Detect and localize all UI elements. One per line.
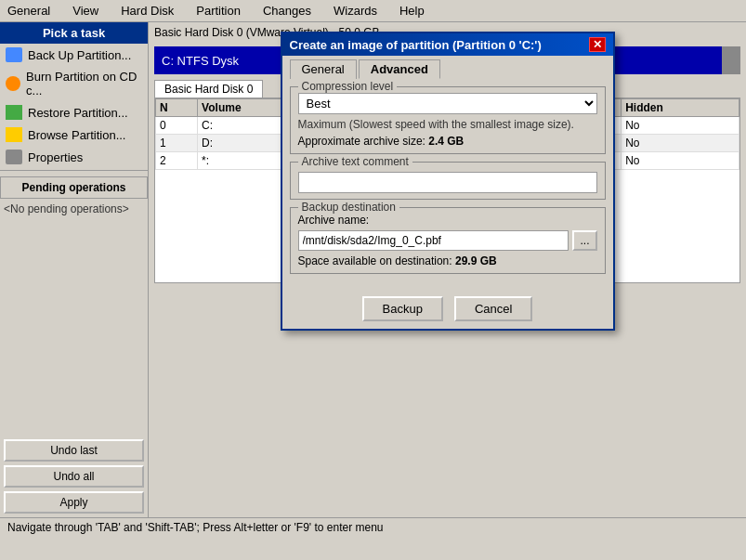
menu-help[interactable]: Help [396,2,428,20]
menu-partition[interactable]: Partition [192,2,244,20]
menu-view[interactable]: View [69,2,102,20]
archive-name-input[interactable] [298,230,569,251]
statusbar-text: Navigate through 'TAB' and 'Shift-TAB'; … [7,521,384,534]
sidebar: Pick a task Back Up Partition... Burn Pa… [0,22,149,517]
sidebar-item-backup-label: Back Up Partition... [28,48,131,62]
dialog-tab-advanced[interactable]: Advanced [359,59,440,79]
dialog-titlebar: Create an image of partition (Partition … [282,33,613,56]
compression-select-row: BestNormalFastNone [298,93,597,114]
sidebar-item-burn-label: Burn Partition on CD c... [26,70,142,98]
dialog-title: Create an image of partition (Partition … [290,38,542,52]
sidebar-item-properties[interactable]: Properties [0,146,148,168]
approx-size-label: Approximate archive size: [298,135,425,148]
menubar: General View Hard Disk Partition Changes… [0,0,746,22]
archive-name-row: ... [298,230,597,251]
space-available: Space available on destination: 29.9 GB [298,254,597,267]
menu-general[interactable]: General [4,2,54,20]
approx-size: Approximate archive size: 2.4 GB [298,135,597,148]
burn-icon [6,76,20,91]
space-value: 29.9 GB [455,254,497,267]
properties-icon [6,150,22,164]
pending-content: <No pending operations> [0,199,148,219]
backup-icon [6,47,22,62]
restore-icon [6,105,22,120]
space-label: Space available on destination: [298,254,452,267]
compression-select[interactable]: BestNormalFastNone [298,93,597,114]
dialog-overlay: Create an image of partition (Partition … [149,22,746,517]
archive-name-label: Archive name: [298,214,597,227]
menu-harddisk[interactable]: Hard Disk [117,2,177,20]
sidebar-title: Pick a task [0,22,148,44]
compression-fieldset: Compression level BestNormalFastNone Max… [290,86,606,154]
menu-wizards[interactable]: Wizards [330,2,381,20]
sidebar-item-backup[interactable]: Back Up Partition... [0,44,148,66]
sidebar-buttons: Undo last Undo all Apply [0,436,148,517]
sidebar-divider [0,170,148,171]
approx-size-value: 2.4 GB [428,135,464,148]
backup-dest-fieldset: Backup destination Archive name: ... Spa… [290,207,606,274]
archive-comment-legend: Archive text comment [298,155,412,168]
archive-comment-fieldset: Archive text comment [290,162,606,200]
browse-icon [6,127,22,142]
archive-comment-input[interactable] [298,172,597,193]
sidebar-item-browse[interactable]: Browse Partition... [0,124,148,146]
undo-all-button[interactable]: Undo all [4,465,144,488]
menu-changes[interactable]: Changes [259,2,315,20]
compression-legend: Compression level [298,80,398,93]
create-image-dialog: Create an image of partition (Partition … [281,32,615,331]
compression-description: Maximum (Slowest speed with the smallest… [298,118,597,131]
sidebar-item-burn[interactable]: Burn Partition on CD c... [0,66,148,101]
sidebar-item-restore-label: Restore Partition... [28,106,128,120]
sidebar-item-restore[interactable]: Restore Partition... [0,101,148,124]
dialog-close-button[interactable]: ✕ [589,37,606,52]
backup-dest-legend: Backup destination [298,201,399,214]
backup-button[interactable]: Backup [362,296,443,321]
content-area: Basic Hard Disk 0 (VMware Virtual) - 50.… [149,22,746,517]
undo-last-button[interactable]: Undo last [4,439,144,462]
dialog-tabs: General Advanced [282,56,613,79]
apply-button[interactable]: Apply [4,491,144,514]
browse-button[interactable]: ... [572,230,596,251]
dialog-tab-general[interactable]: General [290,59,357,79]
dialog-body: Compression level BestNormalFastNone Max… [282,79,613,289]
sidebar-item-browse-label: Browse Partition... [28,128,126,142]
statusbar: Navigate through 'TAB' and 'Shift-TAB'; … [0,517,746,540]
dialog-footer: Backup Cancel [282,289,613,329]
sidebar-item-properties-label: Properties [28,150,83,164]
cancel-button[interactable]: Cancel [454,296,532,321]
pending-title: Pending operations [0,176,148,199]
